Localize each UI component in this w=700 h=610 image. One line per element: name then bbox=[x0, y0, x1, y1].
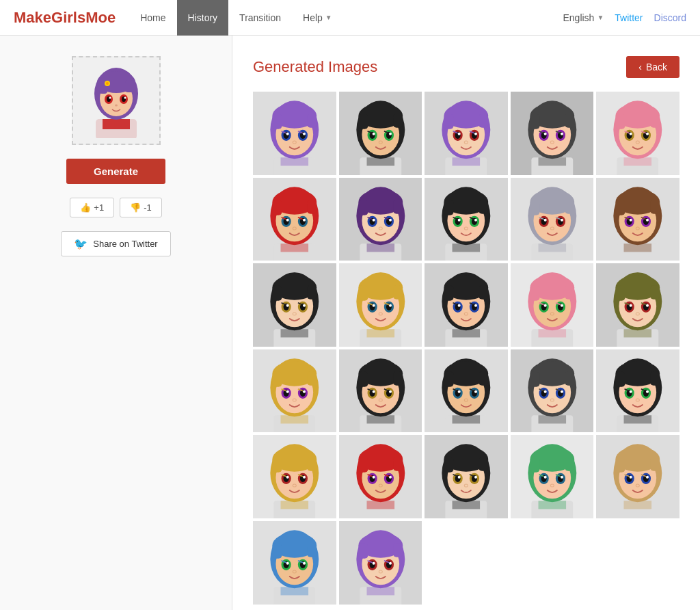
nav-links: Home History Transition Help ▼ bbox=[129, 0, 563, 36]
upvote-button[interactable]: 👍 +1 bbox=[70, 198, 114, 217]
avatar-preview bbox=[72, 56, 161, 145]
svg-point-103 bbox=[286, 218, 289, 221]
image-cell[interactable] bbox=[511, 178, 594, 261]
svg-point-285 bbox=[464, 399, 468, 401]
thumbs-up-icon: 👍 bbox=[80, 202, 91, 213]
nav-history[interactable]: History bbox=[177, 0, 229, 36]
image-cell[interactable] bbox=[425, 92, 508, 175]
share-twitter-button[interactable]: 🐦 Share on Twitter bbox=[61, 231, 170, 256]
image-cell[interactable] bbox=[511, 263, 594, 347]
image-cell[interactable] bbox=[253, 178, 336, 261]
svg-rect-142 bbox=[530, 200, 539, 215]
svg-point-405 bbox=[293, 570, 296, 573]
image-cell[interactable] bbox=[253, 263, 336, 347]
language-selector[interactable]: English ▼ bbox=[563, 12, 604, 23]
image-cell[interactable] bbox=[253, 92, 336, 175]
downvote-label: -1 bbox=[144, 202, 152, 213]
svg-point-73 bbox=[543, 133, 546, 135]
svg-point-253 bbox=[286, 390, 289, 393]
svg-point-283 bbox=[458, 390, 461, 393]
svg-point-45 bbox=[379, 141, 382, 144]
image-cell[interactable] bbox=[511, 92, 594, 175]
nav-transition[interactable]: Transition bbox=[228, 0, 292, 36]
image-cell[interactable] bbox=[339, 435, 422, 518]
image-cell[interactable] bbox=[253, 521, 336, 605]
svg-point-43 bbox=[372, 133, 375, 135]
back-button[interactable]: ‹ Back bbox=[626, 56, 679, 78]
svg-rect-262 bbox=[358, 371, 368, 386]
svg-rect-187 bbox=[358, 286, 368, 301]
svg-rect-52 bbox=[444, 114, 454, 129]
image-cell[interactable] bbox=[253, 435, 336, 518]
nav-home[interactable]: Home bbox=[129, 0, 176, 36]
svg-rect-248 bbox=[307, 371, 317, 385]
svg-rect-38 bbox=[393, 114, 403, 127]
image-cell[interactable] bbox=[425, 349, 508, 433]
image-cell[interactable] bbox=[596, 435, 679, 518]
image-cell[interactable] bbox=[596, 92, 679, 175]
svg-point-193 bbox=[372, 304, 375, 307]
svg-point-208 bbox=[458, 304, 461, 307]
svg-point-165 bbox=[636, 227, 640, 230]
image-cell[interactable] bbox=[425, 178, 508, 261]
svg-rect-82 bbox=[616, 114, 625, 129]
image-cell[interactable] bbox=[511, 435, 594, 518]
svg-point-418 bbox=[372, 562, 375, 565]
svg-point-224 bbox=[561, 304, 563, 307]
svg-point-298 bbox=[543, 390, 546, 393]
nav-help-label: Help bbox=[303, 12, 323, 23]
image-cell[interactable] bbox=[253, 349, 336, 433]
svg-point-133 bbox=[458, 218, 461, 221]
svg-point-360 bbox=[464, 484, 468, 487]
svg-point-359 bbox=[474, 476, 477, 479]
svg-point-148 bbox=[543, 218, 546, 221]
svg-point-119 bbox=[389, 218, 392, 221]
svg-point-343 bbox=[372, 476, 375, 479]
svg-point-389 bbox=[646, 476, 649, 479]
svg-rect-113 bbox=[393, 200, 403, 213]
svg-rect-338 bbox=[393, 458, 403, 471]
nav-right: English ▼ Twitter Discord bbox=[563, 12, 686, 23]
image-cell[interactable] bbox=[425, 435, 508, 518]
main-content: Generated Images ‹ Back bbox=[232, 36, 700, 610]
svg-point-178 bbox=[286, 304, 289, 307]
svg-rect-1 bbox=[103, 119, 130, 129]
image-cell[interactable] bbox=[596, 178, 679, 261]
svg-point-420 bbox=[379, 570, 382, 573]
downvote-button[interactable]: 👎 -1 bbox=[120, 198, 162, 217]
svg-rect-413 bbox=[393, 543, 403, 557]
svg-point-180 bbox=[293, 313, 296, 315]
svg-point-58 bbox=[458, 133, 461, 135]
nav-help[interactable]: Help ▼ bbox=[292, 0, 343, 36]
main-layout: Generate 👍 +1 👎 -1 🐦 Share on Twitter Ge… bbox=[0, 36, 700, 610]
svg-rect-68 bbox=[565, 114, 574, 127]
svg-rect-308 bbox=[650, 371, 660, 385]
svg-rect-337 bbox=[358, 458, 368, 473]
svg-rect-127 bbox=[444, 200, 454, 215]
image-cell[interactable] bbox=[425, 263, 508, 347]
svg-rect-53 bbox=[479, 114, 488, 127]
svg-point-104 bbox=[303, 218, 306, 221]
svg-rect-368 bbox=[565, 458, 574, 471]
image-cell[interactable] bbox=[339, 349, 422, 433]
back-chevron-icon: ‹ bbox=[638, 62, 642, 72]
image-cell[interactable] bbox=[511, 349, 594, 433]
svg-point-135 bbox=[464, 227, 468, 230]
image-cell[interactable] bbox=[339, 521, 422, 605]
generate-button[interactable]: Generate bbox=[66, 159, 165, 184]
svg-point-329 bbox=[303, 476, 306, 479]
svg-rect-67 bbox=[530, 114, 539, 129]
svg-rect-233 bbox=[650, 286, 660, 300]
discord-link[interactable]: Discord bbox=[654, 12, 686, 23]
image-cell[interactable] bbox=[339, 178, 422, 261]
vote-buttons: 👍 +1 👎 -1 bbox=[70, 198, 161, 217]
twitter-link[interactable]: Twitter bbox=[615, 12, 643, 23]
image-cell[interactable] bbox=[596, 349, 679, 433]
svg-point-60 bbox=[464, 141, 468, 144]
svg-rect-218 bbox=[565, 286, 574, 300]
image-cell[interactable] bbox=[339, 92, 422, 175]
brand-logo[interactable]: MakeGirlsMoe bbox=[14, 9, 116, 27]
image-cell[interactable] bbox=[339, 263, 422, 347]
image-cell[interactable] bbox=[596, 263, 679, 347]
svg-rect-398 bbox=[307, 543, 317, 557]
